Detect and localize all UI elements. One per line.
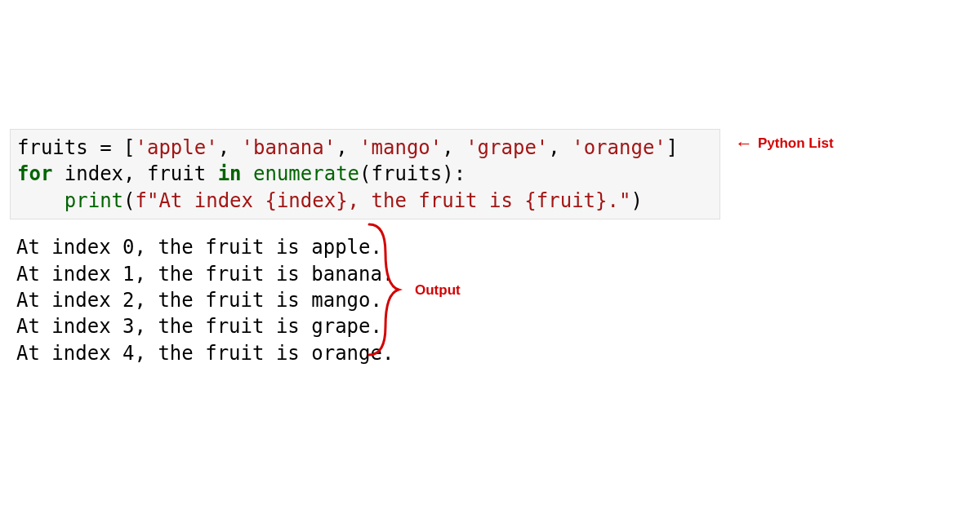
variable-name: fruits — [17, 136, 88, 159]
output-line: At index 4, the fruit is orange. — [16, 342, 394, 365]
output-block: At index 0, the fruit is apple. At index… — [10, 234, 720, 366]
in-keyword: in — [218, 162, 242, 185]
code-line-1: fruits = ['apple', 'banana', 'mango', 'g… — [17, 136, 678, 159]
content-area: fruits = ['apple', 'banana', 'mango', 'g… — [10, 129, 720, 366]
arrow-left-icon: ← — [735, 135, 753, 153]
output-line: At index 3, the fruit is grape. — [16, 315, 382, 338]
code-line-2: for index, fruit in enumerate(fruits): — [17, 162, 466, 185]
print-call: print — [65, 189, 123, 212]
list-item: 'orange' — [572, 136, 666, 159]
annotation-python-list: ← Python List — [735, 135, 834, 153]
output-line: At index 0, the fruit is apple. — [16, 236, 382, 259]
brace-icon — [368, 220, 408, 359]
annotation-label: Python List — [758, 135, 834, 152]
code-line-3: print(f"At index {index}, the fruit is {… — [17, 189, 643, 212]
list-item: 'grape' — [466, 136, 548, 159]
annotation-output: Output — [415, 282, 461, 299]
output-line: At index 2, the fruit is mango. — [16, 289, 382, 312]
annotation-label: Output — [415, 282, 461, 298]
code-block: fruits = ['apple', 'banana', 'mango', 'g… — [10, 129, 720, 219]
f-string: "At index {index}, the fruit is {fruit}.… — [147, 189, 630, 212]
list-item: 'mango' — [359, 136, 442, 159]
enumerate-call: enumerate — [253, 162, 359, 185]
for-keyword: for — [17, 162, 52, 185]
list-item: 'banana' — [242, 136, 336, 159]
output-line: At index 1, the fruit is banana. — [16, 263, 394, 286]
list-item: 'apple' — [136, 136, 218, 159]
